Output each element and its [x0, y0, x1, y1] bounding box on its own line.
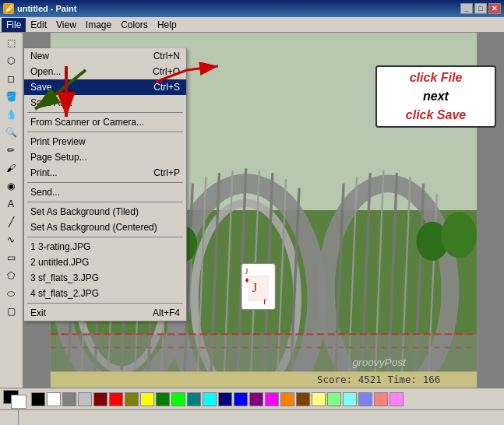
color-brown[interactable]: [296, 392, 310, 406]
separator-4: [27, 202, 183, 202]
color-lightblue[interactable]: [358, 392, 372, 406]
background-color[interactable]: [11, 395, 26, 409]
ellipse-tool[interactable]: ⬭: [2, 285, 20, 302]
color-lightcyan[interactable]: [343, 392, 357, 406]
freeselect-tool[interactable]: ⬡: [2, 52, 20, 69]
pencil-tool[interactable]: ✏: [2, 142, 20, 159]
menu-page-setup[interactable]: Page Setup...: [24, 149, 186, 165]
svg-text:groovyPost: groovyPost: [353, 357, 407, 368]
line-tool[interactable]: ╱: [2, 213, 20, 230]
menu-exit-shortcut: Alt+F4: [153, 307, 180, 318]
color-gray[interactable]: [62, 392, 76, 406]
svg-text:J: J: [263, 297, 266, 306]
menu-send[interactable]: Send...: [24, 184, 186, 200]
color-white[interactable]: [47, 392, 61, 406]
menu-new-shortcut: Ctrl+N: [153, 51, 180, 61]
minimize-button[interactable]: _: [460, 3, 473, 14]
menu-colors[interactable]: Colors: [116, 18, 153, 32]
menu-recent-4[interactable]: 4 sf_flats_2.JPG: [24, 286, 186, 301]
color-fuchsia[interactable]: [265, 392, 279, 406]
menu-edit[interactable]: Edit: [26, 18, 51, 32]
close-button[interactable]: ✕: [488, 3, 501, 14]
menu-print-preview[interactable]: Print Preview: [24, 134, 186, 149]
polygon-tool[interactable]: ⬠: [2, 267, 20, 284]
color-black[interactable]: [31, 392, 45, 406]
menu-new[interactable]: New Ctrl+N: [24, 48, 186, 64]
menu-print[interactable]: Print... Ctrl+P: [24, 165, 186, 181]
menu-exit[interactable]: Exit Alt+F4: [24, 305, 186, 321]
color-lightpink[interactable]: [374, 392, 388, 406]
menu-save[interactable]: Save Ctrl+S: [24, 79, 186, 95]
canvas-area[interactable]: J ♦ J J Score: 4521 Time: 166 groovyPost…: [23, 33, 504, 388]
color-orange[interactable]: [280, 392, 294, 406]
airbrush-tool[interactable]: ◉: [2, 177, 20, 195]
color-cyan[interactable]: [203, 392, 217, 406]
color-lightyellow[interactable]: [312, 392, 326, 406]
color-navy[interactable]: [218, 392, 232, 406]
menu-save-shortcut: Ctrl+S: [153, 82, 180, 93]
menu-scanner[interactable]: From Scanner or Camera...: [24, 114, 186, 130]
separator-3: [27, 182, 183, 183]
menu-recent-2-label: 2 untitled.JPG: [30, 257, 89, 268]
menu-recent-3[interactable]: 3 sf_flats_3.JPG: [24, 270, 186, 286]
menu-recent-2[interactable]: 2 untitled.JPG: [24, 255, 186, 270]
file-dropdown-menu: New Ctrl+N Open... Ctrl+O Save Ctrl+S: [23, 48, 187, 321]
menu-file[interactable]: File: [2, 18, 26, 32]
menu-save-as-label: Save As...: [30, 97, 72, 108]
annotation-text: click File next click Save: [406, 68, 466, 125]
menu-scanner-label: From Scanner or Camera...: [30, 117, 144, 128]
picker-tool[interactable]: 💧: [2, 106, 20, 123]
menu-save-label: Save: [30, 82, 51, 93]
color-lime[interactable]: [171, 392, 185, 406]
fill-tool[interactable]: 🪣: [2, 88, 20, 105]
menu-bar: File Edit View Image Colors Help: [0, 17, 504, 33]
menu-open-shortcut: Ctrl+O: [153, 66, 180, 77]
eraser-tool[interactable]: ◻: [2, 70, 20, 87]
menu-recent-1[interactable]: 1 3-rating.JPG: [24, 239, 186, 255]
menu-print-shortcut: Ctrl+P: [153, 167, 180, 178]
maximize-button[interactable]: □: [474, 3, 487, 14]
menu-bg-tiled[interactable]: Set As Background (Tiled): [24, 204, 186, 220]
select-tool[interactable]: ⬚: [2, 34, 20, 51]
color-pink[interactable]: [389, 392, 404, 406]
menu-bg-tiled-label: Set As Background (Tiled): [30, 206, 139, 217]
status-text: [3, 410, 19, 425]
menu-image[interactable]: Image: [81, 18, 116, 32]
svg-text:Score: 4521  Time: 166: Score: 4521 Time: 166: [317, 374, 440, 385]
color-yellow[interactable]: [140, 392, 154, 406]
brush-tool[interactable]: 🖌: [2, 160, 20, 177]
menu-print-label: Print...: [30, 167, 58, 178]
color-purple[interactable]: [249, 392, 263, 406]
menu-new-label: New: [30, 51, 49, 61]
separator-1: [27, 112, 183, 113]
color-green[interactable]: [156, 392, 170, 406]
separator-5: [27, 237, 183, 237]
color-lightgreen[interactable]: [327, 392, 341, 406]
annotation-line2: next: [423, 90, 449, 103]
color-olive[interactable]: [125, 392, 139, 406]
menu-recent-3-label: 3 sf_flats_3.JPG: [30, 272, 99, 283]
menu-bg-centered-label: Set As Background (Centered): [30, 222, 157, 233]
menu-help[interactable]: Help: [153, 18, 182, 32]
roundrect-tool[interactable]: ▢: [2, 303, 20, 320]
color-blue[interactable]: [234, 392, 248, 406]
color-silver[interactable]: [78, 392, 92, 406]
color-maroon[interactable]: [93, 392, 107, 406]
zoom-tool[interactable]: 🔍: [2, 124, 20, 141]
title-bar: 🖌 untitled - Paint _ □ ✕: [0, 0, 504, 17]
window-title: untitled - Paint: [17, 4, 460, 13]
rect-tool[interactable]: ▭: [2, 249, 20, 266]
curve-tool[interactable]: ∿: [2, 231, 20, 248]
annotation-line1: click File: [410, 71, 463, 84]
menu-print-preview-label: Print Preview: [30, 136, 86, 147]
status-bar: [0, 409, 504, 425]
color-red[interactable]: [109, 392, 123, 406]
menu-open[interactable]: Open... Ctrl+O: [24, 64, 186, 79]
menu-view[interactable]: View: [51, 18, 81, 32]
menu-bg-centered[interactable]: Set As Background (Centered): [24, 220, 186, 235]
text-tool[interactable]: A: [2, 195, 20, 212]
tools-panel: ⬚ ⬡ ◻ 🪣 💧 🔍 ✏ 🖌 ◉ A ╱ ∿ ▭ ⬠ ⬭ ▢: [0, 33, 23, 388]
svg-text:J: J: [245, 267, 248, 276]
menu-save-as[interactable]: Save As...: [24, 95, 186, 111]
color-teal[interactable]: [187, 392, 201, 406]
